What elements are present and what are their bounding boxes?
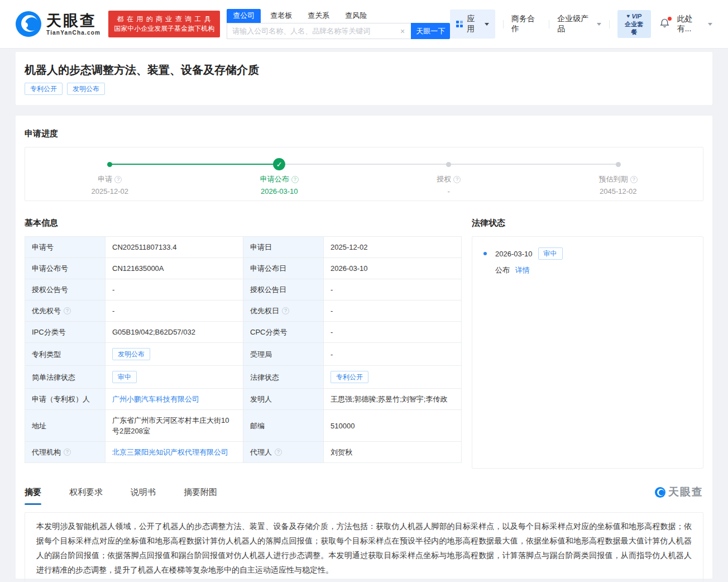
legal-action-label: 公布	[495, 266, 510, 274]
table-row: 地址 广东省广州市天河区岑村丰庄大街10号2层208室 邮编 510000	[25, 410, 462, 442]
nav-business-cooperation[interactable]: 商务合作	[511, 14, 541, 34]
field-label: 简单法律状态	[32, 373, 75, 381]
timeline-step-grant: 授权 ? -	[364, 147, 534, 201]
table-row: IPC分类号 G05B19/042;B62D57/032 CPC分类号 -	[25, 322, 462, 343]
vip-icon: ♥	[626, 12, 630, 20]
divider	[549, 20, 549, 28]
promo-banner-line2: 国家中小企业发展子基金旗下机构	[114, 24, 214, 34]
bullet-icon	[483, 252, 487, 255]
help-icon[interactable]: ?	[453, 176, 461, 183]
search-tab-company[interactable]: 查公司	[227, 9, 261, 23]
brand-name: 天眼查	[46, 13, 100, 28]
postal-code: 510000	[331, 422, 355, 430]
patent-detail-card: 申请进度 申请 ? 2025-12-02 ✓ 申请公布 ? 2026-03-10	[16, 116, 712, 579]
patent-title-card: 机器人的步态调整方法、装置、设备及存储介质 专利公开 发明公布	[16, 52, 712, 105]
priority-date: -	[331, 307, 333, 315]
tab-specification[interactable]: 说明书	[131, 487, 156, 505]
abstract-text: 本发明涉及智能机器人领域，公开了机器人的步态调整方法、装置、设备及存储介质，方法…	[25, 512, 703, 582]
notification-bell-icon[interactable]	[659, 18, 670, 30]
field-label: 发明人	[250, 395, 272, 403]
vip-package-button[interactable]: ♥ VIP 企业套餐	[617, 10, 651, 38]
tab-claims[interactable]: 权利要求	[69, 487, 103, 505]
basic-info-heading: 基本信息	[25, 218, 461, 227]
legal-status-action: 公布 详情	[495, 265, 692, 275]
watermark-text: 天眼查	[668, 485, 703, 499]
tab-abstract[interactable]: 摘要	[25, 487, 41, 505]
tianyancha-logo[interactable]: 天眼查 TianYanCha.com	[16, 11, 100, 37]
tag-invention-publication: 发明公布	[67, 83, 105, 95]
timeline-check-icon: ✓	[273, 158, 285, 170]
agency-link[interactable]: 北京三聚阳光知识产权代理有限公司	[112, 448, 228, 456]
step-date: 2045-12-02	[600, 187, 637, 195]
tianyancha-watermark-icon	[655, 487, 665, 498]
timeline-dot-pending	[446, 162, 451, 167]
applicant-company-link[interactable]: 广州小鹏汽车科技有限公司	[112, 395, 199, 403]
promo-banner-line1: 都 在 用 的 商 业 查 询 工 具	[114, 15, 214, 24]
simple-legal-status-tag: 审中	[112, 371, 137, 383]
apps-label: 应用	[467, 14, 481, 34]
ipc-class: G05B19/042;B62D57/032	[112, 328, 195, 336]
help-icon[interactable]: ?	[282, 307, 289, 314]
brand-domain: TianYanCha.com	[46, 30, 100, 36]
divider	[503, 20, 504, 28]
field-label: 受理局	[250, 350, 272, 359]
apps-menu-button[interactable]: 应用	[450, 9, 495, 39]
cpc-class: -	[331, 328, 333, 336]
search-tabs: 查公司 查老板 查关系 查风险	[227, 9, 450, 23]
nav-enterprise-products[interactable]: 企业级产品	[557, 14, 601, 34]
application-number: CN202511807133.4	[112, 243, 176, 251]
legal-status-date: 2026-03-10	[495, 250, 533, 258]
user-menu-label: 此处有...	[677, 14, 705, 34]
application-date: 2025-12-02	[331, 243, 368, 251]
field-label: 法律状态	[250, 373, 279, 381]
search-input[interactable]	[232, 27, 399, 35]
help-icon[interactable]: ?	[64, 449, 71, 456]
tab-abstract-figure[interactable]: 摘要附图	[184, 487, 217, 505]
field-label: CPC分类号	[250, 328, 287, 336]
step-date: 2025-12-02	[92, 187, 129, 195]
legal-status-item: 2026-03-10 审中	[483, 247, 692, 260]
help-icon[interactable]: ?	[114, 176, 122, 183]
table-row: 授权公告号 - 授权公告日 -	[25, 279, 462, 300]
chevron-down-icon	[597, 23, 601, 26]
field-label: 地址	[32, 422, 46, 430]
timeline-dot-done	[107, 162, 112, 167]
help-icon[interactable]: ?	[64, 307, 71, 314]
search-tab-relation[interactable]: 查关系	[301, 9, 336, 23]
help-icon[interactable]: ?	[291, 176, 299, 183]
vip-label: VIP	[631, 12, 641, 20]
search-area: 查公司 查老板 查关系 查风险 × 天眼一下	[227, 9, 450, 39]
legal-status-panel: 2026-03-10 审中 公布 详情	[472, 236, 703, 469]
help-icon[interactable]: ?	[630, 176, 638, 183]
field-label: 申请（专利权）人	[32, 395, 90, 403]
search-tab-risk[interactable]: 查风险	[339, 9, 373, 23]
search-tab-boss[interactable]: 查老板	[264, 9, 298, 23]
table-row: 申请号 CN202511807133.4 申请日 2025-12-02	[25, 237, 462, 258]
field-label: 专利类型	[32, 350, 61, 359]
basic-info-table: 申请号 CN202511807133.4 申请日 2025-12-02 申请公布…	[25, 236, 462, 463]
field-label: IPC分类号	[32, 328, 66, 336]
help-icon[interactable]: ?	[275, 449, 282, 456]
user-menu[interactable]: 此处有...	[677, 14, 712, 34]
field-label: 申请日	[250, 243, 272, 251]
detail-link[interactable]: 详情	[515, 266, 530, 274]
legal-status-tag: 专利公开	[331, 371, 368, 383]
notification-dot	[668, 17, 672, 21]
table-row: 专利类型 发明公布 受理局 -	[25, 343, 462, 366]
tianyancha-logo-icon	[16, 11, 41, 37]
patent-tags: 专利公开 发明公布	[25, 83, 703, 95]
clear-search-icon[interactable]: ×	[399, 27, 406, 36]
step-label: 授权	[437, 174, 451, 184]
legal-status-heading: 法律状态	[472, 218, 703, 227]
step-label: 申请公布	[260, 174, 289, 184]
top-nav: 应用 商务合作 企业级产品 ♥ VIP 企业套餐 此处有...	[450, 9, 712, 39]
field-label: 邮编	[250, 422, 265, 430]
publication-number: CN121635000A	[112, 264, 164, 273]
table-row: 简单法律状态 审中 法律状态 专利公开	[25, 366, 462, 389]
chevron-down-icon	[485, 23, 489, 26]
search-button[interactable]: 天眼一下	[411, 23, 450, 39]
promo-banner: 都 在 用 的 商 业 查 询 工 具 国家中小企业发展子基金旗下机构	[108, 11, 220, 37]
legal-status-item-tag: 审中	[538, 247, 563, 260]
agent-name: 刘贺秋	[331, 448, 352, 456]
timeline-step-publication: ✓ 申请公布 ? 2026-03-10	[195, 147, 365, 201]
